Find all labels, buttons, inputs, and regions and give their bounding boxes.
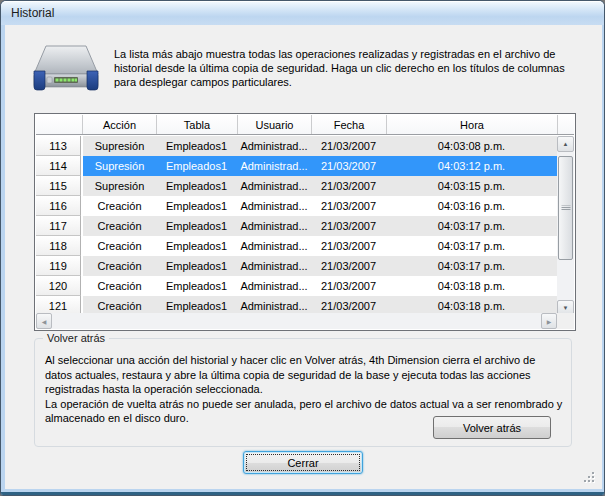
cell-accion: Supresión (83, 156, 156, 176)
table-row[interactable]: 120 Creación Empleados1 Administrad... 2… (36, 276, 557, 296)
cell-accion: Creación (83, 216, 156, 236)
table-row[interactable]: 119 Creación Empleados1 Administrad... 2… (36, 256, 557, 276)
cell-fecha: 21/03/2007 (311, 136, 386, 156)
cell-usuario: Administrad... (237, 136, 311, 156)
scroll-right-button[interactable]: ▶ (541, 313, 557, 329)
row-strip: Supresión Empleados1 Administrad... 21/0… (83, 136, 557, 156)
row-strip: Creación Empleados1 Administrad... 21/03… (83, 256, 557, 276)
cell-accion: Creación (83, 236, 156, 256)
window-title: Historial (11, 6, 54, 20)
cell-hora: 04:03:18 p.m. (386, 276, 557, 296)
cell-usuario: Administrad... (237, 276, 311, 296)
cell-fecha: 21/03/2007 (311, 216, 386, 236)
cell-fecha: 21/03/2007 (311, 276, 386, 296)
cell-hora: 04:03:16 p.m. (386, 196, 557, 216)
cerrar-button[interactable]: Cerrar (243, 451, 363, 474)
table-header: Acción Tabla Usuario Fecha Hora (36, 115, 574, 135)
table-row[interactable]: 116 Creación Empleados1 Administrad... 2… (36, 196, 557, 216)
dialog-content: La lista más abajo muestra todas las ope… (5, 25, 602, 489)
row-number: 117 (36, 216, 81, 236)
table-row[interactable]: 115 Supresión Empleados1 Administrad... … (36, 176, 557, 196)
cell-usuario: Administrad... (237, 236, 311, 256)
cell-fecha: 21/03/2007 (311, 156, 386, 176)
row-strip: Supresión Empleados1 Administrad... 21/0… (83, 176, 557, 196)
row-strip: Creación Empleados1 Administrad... 21/03… (83, 236, 557, 256)
row-strip: Creación Empleados1 Administrad... 21/03… (83, 276, 557, 296)
column-header-fecha[interactable]: Fecha (312, 115, 387, 134)
column-header-hora[interactable]: Hora (387, 115, 557, 134)
cell-usuario: Administrad... (237, 216, 311, 236)
table-body: 113 Supresión Empleados1 Administrad... … (36, 136, 557, 316)
cell-accion: Creación (83, 276, 156, 296)
cell-fecha: 21/03/2007 (311, 176, 386, 196)
vertical-scrollbar[interactable]: ▲ ▼ (557, 136, 574, 316)
up-arrow-icon: ▲ (563, 141, 569, 147)
scrollbar-corner (557, 313, 574, 329)
cell-tabla: Empleados1 (156, 236, 237, 256)
row-number: 115 (36, 176, 81, 196)
row-number: 119 (36, 256, 81, 276)
cell-fecha: 21/03/2007 (311, 256, 386, 276)
scroll-up-button[interactable]: ▲ (557, 136, 574, 152)
rollback-group-title: Volver atrás (43, 332, 109, 344)
history-table: Acción Tabla Usuario Fecha Hora 113 Supr… (34, 113, 576, 331)
cell-accion: Supresión (83, 176, 156, 196)
row-strip: Creación Empleados1 Administrad... 21/03… (83, 196, 557, 216)
scroll-left-button[interactable]: ◀ (36, 313, 52, 329)
cell-tabla: Empleados1 (156, 136, 237, 156)
cell-tabla: Empleados1 (156, 256, 237, 276)
vertical-scroll-thumb[interactable] (558, 156, 573, 260)
left-arrow-icon: ◀ (42, 318, 47, 325)
cell-tabla: Empleados1 (156, 176, 237, 196)
resize-grip[interactable] (582, 470, 596, 484)
cell-hora: 04:03:12 p.m. (386, 156, 557, 176)
cell-accion: Creación (83, 256, 156, 276)
cell-usuario: Administrad... (237, 176, 311, 196)
cell-accion: Supresión (83, 136, 156, 156)
row-number: 118 (36, 236, 81, 256)
cell-hora: 04:03:17 p.m. (386, 256, 557, 276)
column-header-accion[interactable]: Acción (83, 115, 157, 134)
title-bar[interactable]: Historial (1, 1, 604, 25)
row-number: 114 (36, 156, 81, 176)
cell-tabla: Empleados1 (156, 276, 237, 296)
horizontal-scrollbar[interactable]: ◀ ▶ (36, 313, 557, 329)
row-strip: Creación Empleados1 Administrad... 21/03… (83, 216, 557, 236)
rollback-paragraph-1: Al seleccionar una acción del historial … (45, 353, 565, 397)
cell-tabla: Empleados1 (156, 196, 237, 216)
down-arrow-icon: ▼ (563, 305, 569, 311)
table-row[interactable]: 117 Creación Empleados1 Administrad... 2… (36, 216, 557, 236)
cell-hora: 04:03:08 p.m. (386, 136, 557, 156)
column-header-tabla[interactable]: Tabla (157, 115, 238, 134)
cell-usuario: Administrad... (237, 196, 311, 216)
cell-fecha: 21/03/2007 (311, 236, 386, 256)
row-number: 120 (36, 276, 81, 296)
vertical-scroll-track[interactable] (557, 152, 574, 300)
volver-atras-button[interactable]: Volver atrás (433, 416, 551, 439)
intro-text: La lista más abajo muestra todas las ope… (114, 47, 572, 89)
cell-accion: Creación (83, 196, 156, 216)
cell-usuario: Administrad... (237, 156, 311, 176)
cell-hora: 04:03:15 p.m. (386, 176, 557, 196)
table-row[interactable]: 118 Creación Empleados1 Administrad... 2… (36, 236, 557, 256)
cell-fecha: 21/03/2007 (311, 196, 386, 216)
header-stub (557, 115, 574, 134)
cell-tabla: Empleados1 (156, 216, 237, 236)
hard-drive-icon (29, 41, 103, 99)
row-strip: Supresión Empleados1 Administrad... 21/0… (83, 156, 557, 176)
rollback-description: Al seleccionar una acción del historial … (45, 353, 565, 426)
cell-usuario: Administrad... (237, 256, 311, 276)
horizontal-scroll-track[interactable] (52, 313, 541, 329)
row-number: 113 (36, 136, 81, 156)
row-number: 116 (36, 196, 81, 216)
thumb-grip-icon (561, 206, 570, 211)
table-row[interactable]: 114 Supresión Empleados1 Administrad... … (36, 156, 557, 176)
header-corner (36, 115, 83, 134)
right-arrow-icon: ▶ (547, 318, 552, 325)
cell-tabla: Empleados1 (156, 156, 237, 176)
dialog-window: Historial (0, 0, 605, 496)
table-row[interactable]: 113 Supresión Empleados1 Administrad... … (36, 136, 557, 156)
column-header-usuario[interactable]: Usuario (238, 115, 312, 134)
cell-hora: 04:03:17 p.m. (386, 216, 557, 236)
rollback-groupbox: Volver atrás Al seleccionar una acción d… (34, 338, 572, 447)
